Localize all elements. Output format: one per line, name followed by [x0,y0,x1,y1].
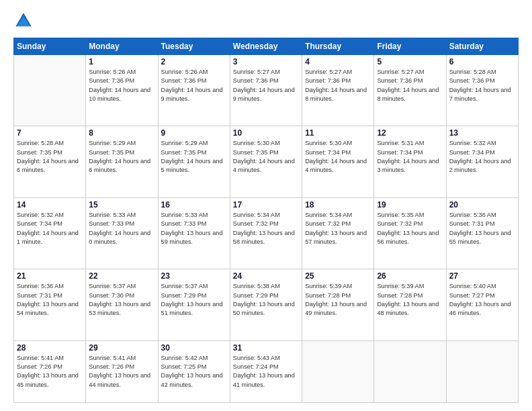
calendar-cell: 20Sunrise: 5:36 AMSunset: 7:31 PMDayligh… [446,197,518,269]
day-number: 30 [161,343,227,353]
header [13,11,519,31]
calendar-cell: 22Sunrise: 5:37 AMSunset: 7:30 PMDayligh… [86,269,158,340]
cell-content: Sunrise: 5:27 AMSunset: 7:36 PMDaylight:… [377,68,443,103]
calendar-cell: 30Sunrise: 5:42 AMSunset: 7:25 PMDayligh… [158,340,230,402]
calendar-cell: 19Sunrise: 5:35 AMSunset: 7:32 PMDayligh… [374,197,446,269]
calendar-cell: 12Sunrise: 5:31 AMSunset: 7:34 PMDayligh… [374,126,446,197]
day-number: 4 [305,57,371,66]
cell-content: Sunrise: 5:36 AMSunset: 7:31 PMDaylight:… [449,211,515,246]
cell-content: Sunrise: 5:27 AMSunset: 7:36 PMDaylight:… [233,68,299,103]
calendar-week-row: 14Sunrise: 5:32 AMSunset: 7:34 PMDayligh… [14,197,519,269]
calendar-cell: 28Sunrise: 5:41 AMSunset: 7:26 PMDayligh… [14,340,86,402]
calendar-cell: 31Sunrise: 5:43 AMSunset: 7:24 PMDayligh… [230,340,302,402]
cell-content: Sunrise: 5:37 AMSunset: 7:29 PMDaylight:… [161,282,227,318]
cell-content: Sunrise: 5:37 AMSunset: 7:30 PMDaylight:… [89,282,154,318]
day-number: 11 [305,128,371,138]
calendar-cell: 23Sunrise: 5:37 AMSunset: 7:29 PMDayligh… [158,269,230,340]
calendar-cell: 7Sunrise: 5:28 AMSunset: 7:35 PMDaylight… [14,126,86,197]
calendar-cell [446,340,518,402]
weekday-header-friday: Friday [374,38,446,55]
weekday-header-thursday: Thursday [302,38,374,55]
calendar-cell: 4Sunrise: 5:27 AMSunset: 7:36 PMDaylight… [302,55,374,126]
calendar-week-row: 1Sunrise: 5:26 AMSunset: 7:36 PMDaylight… [14,55,519,126]
cell-content: Sunrise: 5:26 AMSunset: 7:36 PMDaylight:… [161,68,227,103]
calendar-cell: 5Sunrise: 5:27 AMSunset: 7:36 PMDaylight… [374,55,446,126]
cell-content: Sunrise: 5:32 AMSunset: 7:34 PMDaylight:… [449,139,515,175]
cell-content: Sunrise: 5:34 AMSunset: 7:32 PMDaylight:… [305,211,371,246]
cell-content: Sunrise: 5:30 AMSunset: 7:34 PMDaylight:… [305,139,371,175]
day-number: 5 [377,57,443,66]
cell-content: Sunrise: 5:40 AMSunset: 7:27 PMDaylight:… [449,282,515,318]
day-number: 13 [449,128,515,138]
calendar-cell: 26Sunrise: 5:39 AMSunset: 7:28 PMDayligh… [374,269,446,340]
calendar-cell: 6Sunrise: 5:28 AMSunset: 7:36 PMDaylight… [446,55,518,126]
weekday-header-row: SundayMondayTuesdayWednesdayThursdayFrid… [14,38,519,55]
weekday-header-wednesday: Wednesday [230,38,302,55]
day-number: 20 [449,200,515,210]
cell-content: Sunrise: 5:29 AMSunset: 7:35 PMDaylight:… [89,139,154,175]
calendar-table: SundayMondayTuesdayWednesdayThursdayFrid… [13,38,519,403]
weekday-header-saturday: Saturday [446,38,518,55]
calendar-cell: 29Sunrise: 5:41 AMSunset: 7:26 PMDayligh… [86,340,158,402]
day-number: 28 [17,343,83,353]
day-number: 10 [233,128,299,138]
day-number: 17 [233,200,299,210]
cell-content: Sunrise: 5:31 AMSunset: 7:34 PMDaylight:… [377,139,443,175]
cell-content: Sunrise: 5:32 AMSunset: 7:34 PMDaylight:… [17,211,83,246]
cell-content: Sunrise: 5:39 AMSunset: 7:28 PMDaylight:… [305,282,371,318]
day-number: 16 [161,200,227,210]
cell-content: Sunrise: 5:28 AMSunset: 7:36 PMDaylight:… [449,68,515,103]
calendar-cell: 16Sunrise: 5:33 AMSunset: 7:33 PMDayligh… [158,197,230,269]
calendar-cell: 21Sunrise: 5:36 AMSunset: 7:31 PMDayligh… [14,269,86,340]
cell-content: Sunrise: 5:33 AMSunset: 7:33 PMDaylight:… [89,211,154,246]
cell-content: Sunrise: 5:28 AMSunset: 7:35 PMDaylight:… [17,139,83,175]
calendar-cell: 15Sunrise: 5:33 AMSunset: 7:33 PMDayligh… [86,197,158,269]
cell-content: Sunrise: 5:36 AMSunset: 7:31 PMDaylight:… [17,282,83,318]
logo [13,11,36,31]
day-number: 3 [233,57,299,66]
cell-content: Sunrise: 5:42 AMSunset: 7:25 PMDaylight:… [161,354,227,390]
cell-content: Sunrise: 5:35 AMSunset: 7:32 PMDaylight:… [377,211,443,246]
cell-content: Sunrise: 5:33 AMSunset: 7:33 PMDaylight:… [161,211,227,246]
day-number: 14 [17,200,83,210]
cell-content: Sunrise: 5:38 AMSunset: 7:29 PMDaylight:… [233,282,299,318]
calendar-cell: 3Sunrise: 5:27 AMSunset: 7:36 PMDaylight… [230,55,302,126]
weekday-header-monday: Monday [86,38,158,55]
cell-content: Sunrise: 5:41 AMSunset: 7:26 PMDaylight:… [17,354,83,390]
logo-icon [13,11,34,31]
calendar-cell: 2Sunrise: 5:26 AMSunset: 7:36 PMDaylight… [158,55,230,126]
calendar-cell: 24Sunrise: 5:38 AMSunset: 7:29 PMDayligh… [230,269,302,340]
day-number: 21 [17,271,83,281]
day-number: 12 [377,128,443,138]
calendar-week-row: 28Sunrise: 5:41 AMSunset: 7:26 PMDayligh… [14,340,519,402]
weekday-header-tuesday: Tuesday [158,38,230,55]
calendar-cell [14,55,86,126]
day-number: 25 [305,271,371,281]
cell-content: Sunrise: 5:27 AMSunset: 7:36 PMDaylight:… [305,68,371,103]
day-number: 22 [89,271,154,281]
calendar-cell: 8Sunrise: 5:29 AMSunset: 7:35 PMDaylight… [86,126,158,197]
day-number: 1 [89,57,154,66]
day-number: 9 [161,128,227,138]
day-number: 27 [449,271,515,281]
day-number: 24 [233,271,299,281]
day-number: 2 [161,57,227,66]
calendar-page: SundayMondayTuesdayWednesdayThursdayFrid… [0,0,532,411]
calendar-cell: 27Sunrise: 5:40 AMSunset: 7:27 PMDayligh… [446,269,518,340]
calendar-cell: 10Sunrise: 5:30 AMSunset: 7:35 PMDayligh… [230,126,302,197]
day-number: 31 [233,343,299,353]
calendar-cell: 13Sunrise: 5:32 AMSunset: 7:34 PMDayligh… [446,126,518,197]
calendar-cell: 9Sunrise: 5:29 AMSunset: 7:35 PMDaylight… [158,126,230,197]
day-number: 19 [377,200,443,210]
calendar-cell: 1Sunrise: 5:26 AMSunset: 7:36 PMDaylight… [86,55,158,126]
cell-content: Sunrise: 5:43 AMSunset: 7:24 PMDaylight:… [233,354,299,390]
day-number: 8 [89,128,154,138]
cell-content: Sunrise: 5:41 AMSunset: 7:26 PMDaylight:… [89,354,154,390]
cell-content: Sunrise: 5:26 AMSunset: 7:36 PMDaylight:… [89,68,154,103]
day-number: 7 [17,128,83,138]
day-number: 23 [161,271,227,281]
cell-content: Sunrise: 5:30 AMSunset: 7:35 PMDaylight:… [233,139,299,175]
calendar-cell: 11Sunrise: 5:30 AMSunset: 7:34 PMDayligh… [302,126,374,197]
calendar-week-row: 21Sunrise: 5:36 AMSunset: 7:31 PMDayligh… [14,269,519,340]
calendar-cell: 17Sunrise: 5:34 AMSunset: 7:32 PMDayligh… [230,197,302,269]
